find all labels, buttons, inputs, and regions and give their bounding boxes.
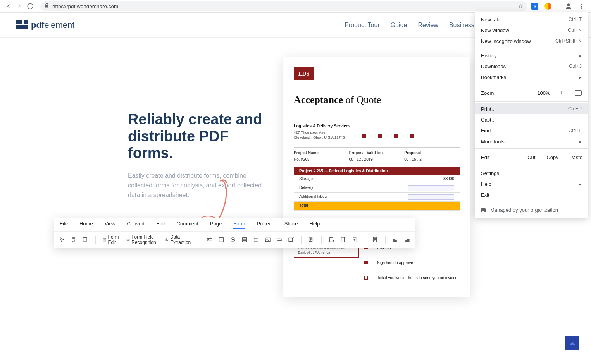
menu-settings[interactable]: Settings <box>475 168 588 179</box>
menu-managed[interactable]: Managed by your organization <box>475 204 588 216</box>
svg-rect-22 <box>393 241 396 242</box>
svg-rect-6 <box>127 239 129 240</box>
align-left-icon[interactable] <box>392 237 398 243</box>
menu-print[interactable]: Print...Ctrl+P <box>475 103 588 114</box>
toolbar-right: ⎘ <box>530 2 588 11</box>
dropdown-icon[interactable] <box>253 237 259 243</box>
zoom-minus-button[interactable]: − <box>520 88 531 98</box>
forward-button[interactable] <box>14 1 25 12</box>
app-iconbar: Form Edit Form Field Recognition Data Ex… <box>54 232 415 248</box>
menu-comment[interactable]: Comment <box>177 221 198 229</box>
bookmark-star-icon[interactable]: ☆ <box>518 3 523 9</box>
chevron-right-icon: ▸ <box>579 53 582 58</box>
app-toolbar: File Home View Convert Edit Comment Page… <box>54 218 415 248</box>
menu-cut[interactable]: Cut <box>522 151 541 163</box>
menu-protect[interactable]: Protect <box>257 221 273 229</box>
import-data-icon[interactable] <box>340 237 346 243</box>
address-bar[interactable]: https://pdf.wondershare.com ☆ <box>40 1 527 11</box>
logo-mark-icon <box>16 20 28 31</box>
logo-text: pdfelement <box>31 20 74 30</box>
data-extraction-button[interactable]: Data Extraction <box>164 234 193 245</box>
svg-rect-23 <box>393 239 395 240</box>
svg-point-10 <box>232 239 234 240</box>
lock-icon <box>44 3 49 9</box>
svg-point-3 <box>581 7 582 9</box>
doc-row-delivery: Delivery <box>294 184 460 193</box>
menu-help[interactable]: Help <box>310 221 320 229</box>
menu-downloads[interactable]: DownloadsCtrl+J <box>475 61 588 72</box>
profile-icon[interactable] <box>564 2 573 11</box>
menu-edit[interactable]: Edit <box>156 221 165 229</box>
svg-rect-15 <box>277 239 282 240</box>
properties-icon[interactable] <box>372 237 378 243</box>
menu-convert[interactable]: Convert <box>127 221 145 229</box>
form-templates-icon[interactable] <box>308 237 314 243</box>
radio-icon[interactable] <box>230 237 236 243</box>
chevron-right-icon: ▸ <box>579 139 582 144</box>
image-field-icon[interactable] <box>265 237 271 243</box>
menu-new-window[interactable]: New windowCtrl+N <box>475 25 588 36</box>
export-data-icon[interactable] <box>352 237 358 243</box>
checkbox-icon[interactable] <box>218 237 224 243</box>
align-right-icon[interactable] <box>404 237 410 243</box>
menu-share[interactable]: Share <box>284 221 298 229</box>
menu-copy[interactable]: Copy <box>541 151 563 163</box>
text-field-icon[interactable] <box>207 237 213 243</box>
menu-cast[interactable]: Cast... <box>475 114 588 125</box>
doc-row-total: Total <box>294 202 460 211</box>
doc-brand-logo: LDS <box>294 67 314 80</box>
menu-form[interactable]: Form <box>233 221 245 229</box>
zoom-plus-button[interactable]: + <box>556 88 567 98</box>
url-text: https://pdf.wondershare.com <box>52 3 518 9</box>
site-logo[interactable]: pdfelement <box>16 20 74 31</box>
menu-new-tab[interactable]: New tabCtrl+T <box>475 14 588 25</box>
nav-review[interactable]: Review <box>418 22 438 29</box>
svg-rect-8 <box>219 238 224 242</box>
hand-tool-icon[interactable] <box>71 237 77 243</box>
nav-product-tour[interactable]: Product Tour <box>345 22 379 29</box>
menu-file[interactable]: File <box>60 221 68 229</box>
nav-guide[interactable]: Guide <box>391 22 407 29</box>
signature-field-icon[interactable] <box>288 237 294 243</box>
form-edit-button[interactable]: Form Edit <box>102 234 121 245</box>
svg-rect-18 <box>329 238 333 242</box>
extension-2-icon[interactable] <box>543 2 553 11</box>
kebab-menu-button[interactable] <box>577 2 586 11</box>
edit-shape-icon[interactable] <box>82 237 88 243</box>
svg-point-2 <box>581 6 582 7</box>
doc-row-storage: Storage $3900 <box>294 175 460 184</box>
button-field-icon[interactable] <box>276 237 283 243</box>
reload-button[interactable] <box>25 1 36 12</box>
menu-exit[interactable]: Exit <box>475 189 588 200</box>
nav-business[interactable]: Business <box>449 22 474 29</box>
svg-rect-7 <box>207 239 212 241</box>
menu-edit-row: Edit Cut Copy Paste <box>475 150 588 164</box>
auto-form-icon[interactable] <box>329 237 335 243</box>
menu-view[interactable]: View <box>105 221 115 229</box>
form-field-recognition-button[interactable]: Form Field Recognition <box>126 234 159 245</box>
hero-sub: Easily create and distribute forms, comb… <box>128 171 267 200</box>
fullscreen-icon[interactable] <box>575 90 582 96</box>
hero-title: Reliably create and distribute PDF forms… <box>128 111 267 162</box>
extension-1-icon[interactable]: ⎘ <box>530 2 539 11</box>
menu-bookmarks[interactable]: Bookmarks▸ <box>475 72 588 82</box>
back-button[interactable] <box>3 1 14 12</box>
browser-toolbar: https://pdf.wondershare.com ☆ ⎘ <box>0 0 591 13</box>
menu-new-incognito[interactable]: New incognito windowCtrl+Shift+N <box>475 36 588 46</box>
menu-history[interactable]: History▸ <box>475 50 588 61</box>
list-box-icon[interactable] <box>241 237 248 243</box>
menu-paste[interactable]: Paste <box>564 151 588 163</box>
menu-home[interactable]: Home <box>79 221 93 229</box>
svg-rect-16 <box>289 238 292 241</box>
svg-rect-13 <box>265 238 270 241</box>
menu-more-tools[interactable]: More tools▸ <box>475 136 588 147</box>
zoom-percent: 100% <box>535 90 552 96</box>
chevron-right-icon: ▸ <box>579 181 582 187</box>
back-to-top-button[interactable] <box>565 336 579 350</box>
doc-sign-block: Position Sign here to approve Tick if yo… <box>364 246 458 291</box>
menu-page[interactable]: Page <box>210 221 222 229</box>
pointer-tool-icon[interactable] <box>59 237 65 243</box>
menu-help[interactable]: Help▸ <box>475 179 588 189</box>
menu-find[interactable]: Find...Ctrl+F <box>475 125 588 136</box>
chrome-context-menu: New tabCtrl+T New windowCtrl+N New incog… <box>475 12 588 218</box>
